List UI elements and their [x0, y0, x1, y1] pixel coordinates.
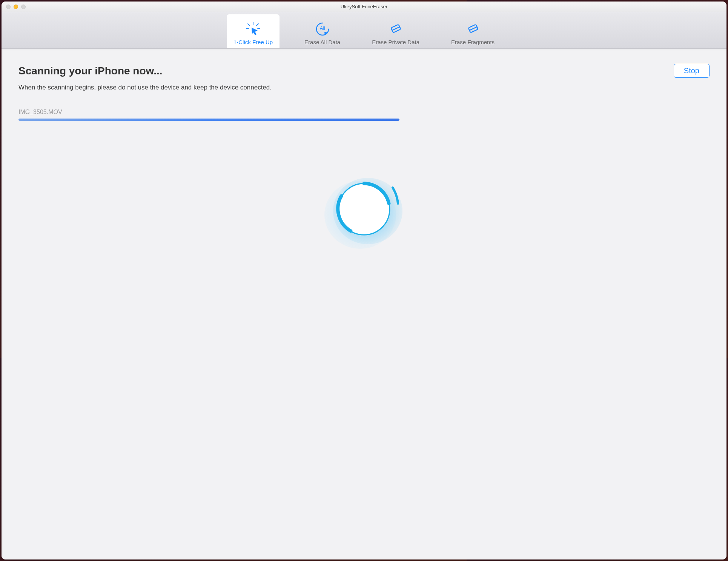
eraser-icon	[465, 22, 467, 37]
titlebar: UkeySoft FoneEraser	[2, 2, 467, 12]
svg-point-6	[324, 32, 327, 34]
tab-label: Erase Private Data	[372, 39, 419, 45]
tab-erase-private-data[interactable]: Erase Private Data	[365, 14, 426, 48]
svg-line-2	[256, 24, 258, 26]
tab-label: Erase Fragments	[451, 39, 467, 45]
close-window-button[interactable]	[6, 5, 11, 9]
svg-text:All: All	[319, 25, 325, 31]
tab-erase-fragments[interactable]: Erase Fragments	[444, 14, 467, 48]
tab-label: 1-Click Free Up	[233, 39, 273, 45]
window-title: UkeySoft FoneEraser	[2, 4, 467, 9]
tab-label: Erase All Data	[304, 39, 340, 45]
tab-1-click-free-up[interactable]: 1-Click Free Up	[227, 14, 280, 48]
svg-line-1	[248, 24, 250, 26]
scanning-spinner-icon	[323, 170, 405, 253]
page-title: Scanning your iPhone now...	[18, 65, 163, 77]
progress-bar	[18, 119, 399, 121]
tab-erase-all-data[interactable]: All Erase All Data	[298, 14, 347, 48]
erase-all-icon: All	[314, 22, 331, 37]
tabbar: 1-Click Free Up All Erase All Data	[2, 12, 467, 49]
zoom-window-button[interactable]	[21, 5, 26, 9]
header-row: Scanning your iPhone now... Stop	[18, 64, 467, 78]
instruction-text: When the scanning begins, please do not …	[18, 84, 467, 91]
traffic-lights	[2, 5, 26, 9]
click-cursor-icon	[245, 22, 261, 37]
minimize-window-button[interactable]	[14, 5, 18, 9]
progress-fill	[18, 119, 399, 121]
eraser-icon	[387, 22, 404, 37]
current-file-label: IMG_3505.MOV	[18, 109, 467, 116]
app-window: UkeySoft FoneEraser 1-Click Free Up	[2, 2, 467, 358]
main-content: Scanning your iPhone now... Stop When th…	[2, 49, 467, 358]
